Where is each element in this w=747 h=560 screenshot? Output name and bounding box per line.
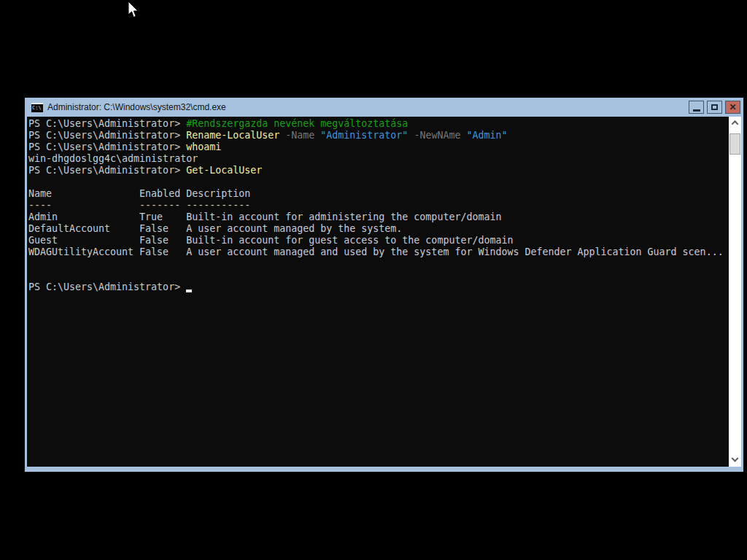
terminal-line: ---- ------- ----------- (28, 200, 729, 211)
mouse-arrow-icon (127, 1, 140, 20)
terminal-line (28, 176, 729, 188)
desktop: { "window": { "title": "Administrator: C… (0, 0, 747, 560)
terminal-line: win-dhgdoslgg4c\administrator (28, 153, 729, 165)
terminal-line: PS C:\Users\Administrator> Get-LocalUser (28, 165, 729, 176)
maximize-icon (711, 104, 718, 110)
maximize-button[interactable] (707, 101, 722, 114)
terminal-line: Admin True Built-in account for administ… (28, 211, 729, 223)
minimize-icon (693, 109, 700, 112)
terminal-line: Guest False Built-in account for guest a… (28, 235, 729, 246)
terminal-lines: PS C:\Users\Administrator> #Rendszergazd… (28, 118, 729, 293)
terminal-line: WDAGUtilityAccount False A user account … (28, 246, 729, 258)
terminal-line: PS C:\Users\Administrator> (28, 281, 729, 293)
terminal-line (28, 270, 729, 281)
scrollbar-up-button[interactable] (729, 117, 741, 129)
window-body: PS C:\Users\Administrator> #Rendszergazd… (27, 117, 741, 467)
chevron-down-icon (732, 455, 739, 462)
chevron-up-icon (732, 120, 739, 128)
terminal-output[interactable]: PS C:\Users\Administrator> #Rendszergazd… (27, 117, 729, 467)
text-cursor (186, 289, 192, 292)
window-controls: ✕ (689, 101, 740, 114)
close-icon: ✕ (729, 103, 736, 112)
window-title: Administrator: C:\Windows\system32\cmd.e… (47, 102, 684, 112)
terminal-line: PS C:\Users\Administrator> Rename-LocalU… (28, 130, 729, 141)
scrollbar-thumb[interactable] (729, 133, 740, 155)
title-bar[interactable]: C:\ Administrator: C:\Windows\system32\c… (27, 98, 741, 117)
terminal-line: PS C:\Users\Administrator> whoami (28, 141, 729, 153)
scrollbar-down-button[interactable] (729, 454, 741, 467)
terminal-line: DefaultAccount False A user account mana… (28, 223, 729, 235)
vertical-scrollbar (729, 117, 741, 467)
cmd-window: C:\ Administrator: C:\Windows\system32\c… (24, 97, 744, 472)
terminal-line (28, 258, 729, 270)
terminal-line: Name Enabled Description (28, 188, 729, 200)
minimize-button[interactable] (689, 101, 704, 114)
terminal-line: PS C:\Users\Administrator> #Rendszergazd… (28, 118, 729, 130)
scrollbar-track[interactable] (729, 129, 741, 454)
cmd-icon: C:\ (31, 103, 43, 112)
close-button[interactable]: ✕ (725, 101, 740, 114)
